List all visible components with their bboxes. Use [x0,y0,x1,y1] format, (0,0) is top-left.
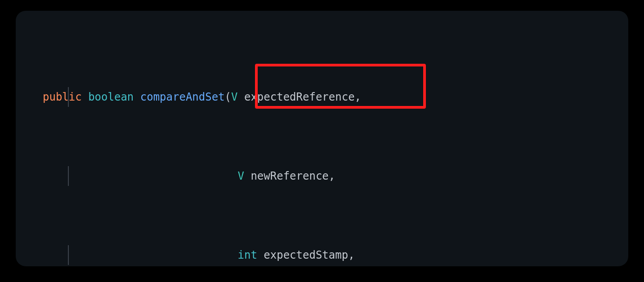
code-editor-panel: public boolean compareAndSet(V expectedR… [16,11,628,266]
code-line: public boolean compareAndSet(V expectedR… [43,87,609,107]
keyword-public: public [43,91,82,103]
param: expectedStamp, [257,249,355,261]
type-V: V [237,170,244,182]
param: expectedReference, [238,91,362,103]
paren-open: ( [225,91,231,103]
keyword-boolean: boolean [88,91,134,103]
type-V: V [231,91,237,103]
code-block: public boolean compareAndSet(V expectedR… [43,28,609,282]
code-line: V newReference, [43,166,609,186]
code-line: int expectedStamp, [43,245,609,265]
function-name: compareAndSet [140,91,225,103]
keyword-int: int [237,249,257,261]
param: newReference, [244,170,335,182]
